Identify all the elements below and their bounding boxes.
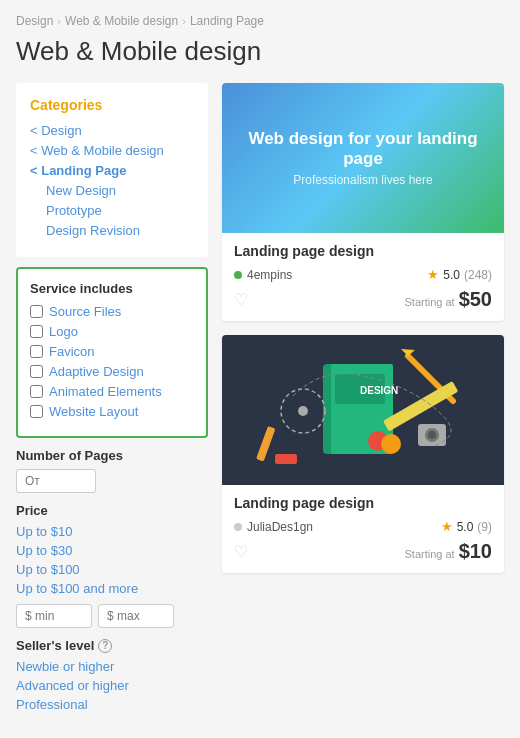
category-design[interactable]: < Design [30, 123, 194, 138]
main-content: Web design for your landing page Profess… [222, 83, 504, 587]
seller-info-2: JuliaDes1gn [234, 520, 313, 534]
breadcrumb-sep-1: › [57, 15, 61, 27]
price-label-1: Starting at [404, 296, 454, 308]
number-of-pages-section: Number of Pages [16, 448, 208, 493]
category-web-mobile[interactable]: < Web & Mobile design [30, 143, 194, 158]
seller-newbie[interactable]: Newbie or higher [16, 659, 208, 674]
number-of-pages-heading: Number of Pages [16, 448, 208, 463]
product-info-2: Landing page design JuliaDes1gn ★ 5.0 (9… [222, 485, 504, 573]
svg-rect-15 [275, 454, 297, 464]
price-100-more[interactable]: Up to $100 and more [16, 581, 208, 596]
offline-dot-2 [234, 523, 242, 531]
breadcrumb-sep-2: › [182, 15, 186, 27]
price-100[interactable]: Up to $100 [16, 562, 208, 577]
product-title-2: Landing page design [234, 495, 492, 511]
checkbox-source-files[interactable] [30, 305, 43, 318]
rating-info-1: ★ 5.0 (248) [427, 267, 492, 282]
product-image-title-1: Web design for your landing page [232, 129, 494, 169]
category-list: < Design < Web & Mobile design < Landing… [30, 123, 194, 238]
categories-box: Categories < Design < Web & Mobile desig… [16, 83, 208, 257]
product-meta-1: 4empins ★ 5.0 (248) [234, 267, 492, 282]
price-30[interactable]: Up to $30 [16, 543, 208, 558]
price-row-2: ♡ Starting at $10 [234, 540, 492, 563]
product-image-1: Web design for your landing page Profess… [222, 83, 504, 233]
price-range [16, 604, 208, 628]
star-icon-1: ★ [427, 267, 439, 282]
rating-info-2: ★ 5.0 (9) [441, 519, 492, 534]
svg-marker-5 [401, 349, 415, 356]
checkbox-adaptive-design[interactable] [30, 365, 43, 378]
price-section-2: Starting at $10 [404, 540, 492, 563]
checkbox-animated-elements[interactable] [30, 385, 43, 398]
price-value-2: $10 [459, 540, 492, 563]
breadcrumb-design[interactable]: Design [16, 14, 53, 28]
categories-heading: Categories [30, 97, 194, 113]
seller-level-header: Seller's level ? [16, 638, 208, 653]
category-design-revision[interactable]: Design Revision [30, 223, 194, 238]
price-section-1: Starting at $50 [404, 288, 492, 311]
price-min-input[interactable] [16, 604, 92, 628]
seller-name-1: 4empins [247, 268, 292, 282]
category-landing-page[interactable]: < Landing Page [30, 163, 194, 178]
price-section: Price Up to $10 Up to $30 Up to $100 Up … [16, 503, 208, 628]
svg-rect-9 [256, 426, 275, 462]
online-dot-1 [234, 271, 242, 279]
price-list: Up to $10 Up to $30 Up to $100 Up to $10… [16, 524, 208, 596]
heart-icon-1[interactable]: ♡ [234, 290, 248, 309]
product-image-subtitle-1: Professionalism lives here [232, 173, 494, 187]
service-includes-heading: Service includes [30, 281, 194, 296]
service-includes-box: Service includes Source Files Logo Favic… [16, 267, 208, 438]
star-icon-2: ★ [441, 519, 453, 534]
service-source-files[interactable]: Source Files [30, 304, 194, 319]
svg-point-14 [381, 434, 401, 454]
seller-info-1: 4empins [234, 268, 292, 282]
price-row-1: ♡ Starting at $50 [234, 288, 492, 311]
seller-level-label: Seller's level [16, 638, 94, 653]
product-meta-2: JuliaDes1gn ★ 5.0 (9) [234, 519, 492, 534]
design-illustration: DESIGN [223, 336, 503, 484]
rating-value-1: 5.0 [443, 268, 460, 282]
price-10[interactable]: Up to $10 [16, 524, 208, 539]
product-image-text-1: Web design for your landing page Profess… [222, 119, 504, 197]
svg-text:DESIGN: DESIGN [360, 385, 398, 396]
checkbox-logo[interactable] [30, 325, 43, 338]
product-card-1: Web design for your landing page Profess… [222, 83, 504, 321]
rating-value-2: 5.0 [457, 520, 474, 534]
help-icon[interactable]: ? [98, 639, 112, 653]
svg-point-12 [428, 431, 436, 439]
seller-level-list: Newbie or higher Advanced or higher Prof… [16, 659, 208, 712]
product-info-1: Landing page design 4empins ★ 5.0 (248) [222, 233, 504, 321]
product-image-2: DESIGN [222, 335, 504, 485]
price-heading: Price [16, 503, 208, 518]
product-title-1: Landing page design [234, 243, 492, 259]
rating-count-1: (248) [464, 268, 492, 282]
service-adaptive-design[interactable]: Adaptive Design [30, 364, 194, 379]
rating-count-2: (9) [477, 520, 492, 534]
sidebar: Categories < Design < Web & Mobile desig… [16, 83, 208, 722]
price-label-2: Starting at [404, 548, 454, 560]
svg-point-8 [298, 406, 308, 416]
service-logo[interactable]: Logo [30, 324, 194, 339]
breadcrumb-current: Landing Page [190, 14, 264, 28]
seller-name-2: JuliaDes1gn [247, 520, 313, 534]
category-prototype[interactable]: Prototype [30, 203, 194, 218]
heart-icon-2[interactable]: ♡ [234, 542, 248, 561]
checkbox-website-layout[interactable] [30, 405, 43, 418]
number-of-pages-input[interactable] [16, 469, 96, 493]
seller-professional[interactable]: Professional [16, 697, 208, 712]
service-website-layout[interactable]: Website Layout [30, 404, 194, 419]
price-max-input[interactable] [98, 604, 174, 628]
seller-level-section: Seller's level ? Newbie or higher Advanc… [16, 638, 208, 712]
breadcrumb: Design › Web & Mobile design › Landing P… [16, 14, 504, 28]
price-value-1: $50 [459, 288, 492, 311]
seller-advanced[interactable]: Advanced or higher [16, 678, 208, 693]
service-animated-elements[interactable]: Animated Elements [30, 384, 194, 399]
service-favicon[interactable]: Favicon [30, 344, 194, 359]
breadcrumb-web-mobile[interactable]: Web & Mobile design [65, 14, 178, 28]
product-card-2: DESIGN [222, 335, 504, 573]
checkbox-favicon[interactable] [30, 345, 43, 358]
category-new-design[interactable]: New Design [30, 183, 194, 198]
page-title: Web & Mobile design [16, 36, 504, 67]
